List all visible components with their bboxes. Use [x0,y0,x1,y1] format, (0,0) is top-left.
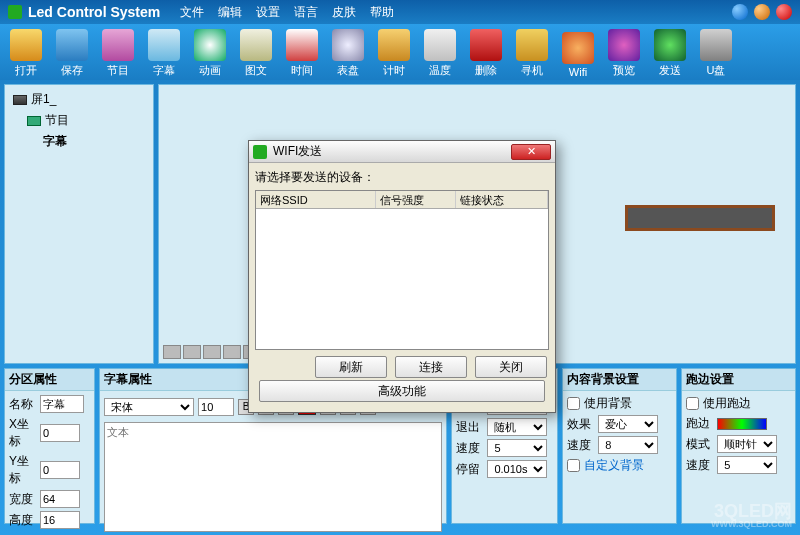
partition-height-field[interactable] [40,511,80,529]
tool-usb[interactable]: U盘 [694,26,738,78]
background-panel: 内容背景设置 使用背景 效果爱心 速度8 自定义背景 [562,368,677,524]
align-icon[interactable] [203,345,221,359]
tree-subtitle-node[interactable]: 字幕 [9,131,149,152]
border-mode-select[interactable]: 顺时针 [717,435,777,453]
panel-title: 分区属性 [5,369,94,391]
tool-send[interactable]: 发送 [648,26,692,78]
tree-screen-node[interactable]: 屏1_ [9,89,149,110]
temp-icon [424,29,456,61]
tool-prog[interactable]: 节目 [96,26,140,78]
timer-icon [378,29,410,61]
maximize-button[interactable] [754,4,770,20]
partition-name-field[interactable] [40,395,84,413]
tool-subtitle[interactable]: 字幕 [142,26,186,78]
dialog-titlebar[interactable]: WIFI发送 ✕ [249,141,555,163]
tool-preview[interactable]: 预览 [602,26,646,78]
bg-effect-select[interactable]: 爱心 [598,415,658,433]
col-status[interactable]: 链接状态 [456,191,548,208]
subtitle-icon [148,29,180,61]
tool-save[interactable]: 保存 [50,26,94,78]
tree-program-node[interactable]: 节目 [9,110,149,131]
menu-help[interactable]: 帮助 [370,4,394,21]
window-buttons [732,4,792,20]
dialog-close-button[interactable]: ✕ [511,144,551,160]
menu-settings[interactable]: 设置 [256,4,280,21]
font-size-field[interactable] [198,398,234,416]
connect-button[interactable]: 连接 [395,356,467,378]
partition-y-field[interactable] [40,461,80,479]
app-logo-icon [8,5,22,19]
tool-find[interactable]: 寻机 [510,26,554,78]
pic-icon [240,29,272,61]
menu-edit[interactable]: 编辑 [218,4,242,21]
wifi-device-grid[interactable]: 网络SSID 信号强度 链接状态 [255,190,549,350]
tool-temp[interactable]: 温度 [418,26,462,78]
align-icon[interactable] [183,345,201,359]
clock-icon [332,29,364,61]
partition-width-field[interactable] [40,490,80,508]
main-toolbar: 打开保存节目字幕动画图文时间表盘计时温度删除寻机Wifi预览发送U盘 [0,24,800,80]
program-icon [27,116,41,126]
use-bg-checkbox[interactable]: 使用背景 [567,395,672,412]
subtitle-text-area[interactable] [104,422,442,532]
col-signal[interactable]: 信号强度 [376,191,456,208]
advanced-button[interactable]: 高级功能 [259,380,545,402]
col-ssid[interactable]: 网络SSID [256,191,376,208]
menu-language[interactable]: 语言 [294,4,318,21]
screen-icon [13,95,27,105]
titlebar: Led Control System 文件 编辑 设置 语言 皮肤 帮助 [0,0,800,24]
font-select[interactable]: 宋体 [104,398,194,416]
tool-anim[interactable]: 动画 [188,26,232,78]
usb-icon [700,29,732,61]
use-border-checkbox[interactable]: 使用跑边 [686,395,791,412]
grid-header: 网络SSID 信号强度 链接状态 [256,191,548,209]
bg-speed-select[interactable]: 8 [598,436,658,454]
anim-icon [194,29,226,61]
open-icon [10,29,42,61]
canvas-status-icons [163,345,261,359]
dialog-prompt: 请选择要发送的设备： [255,169,549,186]
close-window-button[interactable] [776,4,792,20]
tool-open[interactable]: 打开 [4,26,48,78]
minimize-button[interactable] [732,4,748,20]
panel-title: 内容背景设置 [563,369,676,391]
wifi-send-dialog: WIFI发送 ✕ 请选择要发送的设备： 网络SSID 信号强度 链接状态 刷新 … [248,140,556,413]
custom-bg-checkbox[interactable]: 自定义背景 [567,457,672,474]
exit-effect-select[interactable]: 随机 [487,418,547,436]
dialog-title: WIFI发送 [273,143,322,160]
send-icon [654,29,686,61]
find-icon [516,29,548,61]
tool-time[interactable]: 时间 [280,26,324,78]
refresh-button[interactable]: 刷新 [315,356,387,378]
tree-panel: 屏1_ 节目 字幕 [4,84,154,364]
panel-title: 跑边设置 [682,369,795,391]
tool-delete[interactable]: 删除 [464,26,508,78]
exit-speed-select[interactable]: 5 [487,439,547,457]
dialog-logo-icon [253,145,267,159]
tool-clock[interactable]: 表盘 [326,26,370,78]
tool-wifi[interactable]: Wifi [556,26,600,78]
menu-file[interactable]: 文件 [180,4,204,21]
watermark: 3QLED网 WWW.3QLED.COM [711,502,792,529]
close-button[interactable]: 关闭 [475,356,547,378]
partition-x-field[interactable] [40,424,80,442]
border-speed-select[interactable]: 5 [717,456,777,474]
prog-icon [102,29,134,61]
align-icon[interactable] [163,345,181,359]
delete-icon [470,29,502,61]
tool-timer[interactable]: 计时 [372,26,416,78]
wifi-icon [562,32,594,64]
time-icon [286,29,318,61]
partition-panel: 分区属性 名称 X坐标 Y坐标 宽度 高度 [4,368,95,524]
tool-pic[interactable]: 图文 [234,26,278,78]
led-preview[interactable] [625,205,775,231]
border-style-select[interactable] [717,418,767,430]
preview-icon [608,29,640,61]
stay-time-select[interactable]: 0.010s [487,460,547,478]
menu-skin[interactable]: 皮肤 [332,4,356,21]
app-title: Led Control System [28,4,160,20]
align-icon[interactable] [223,345,241,359]
menubar: 文件 编辑 设置 语言 皮肤 帮助 [180,4,394,21]
save-icon [56,29,88,61]
